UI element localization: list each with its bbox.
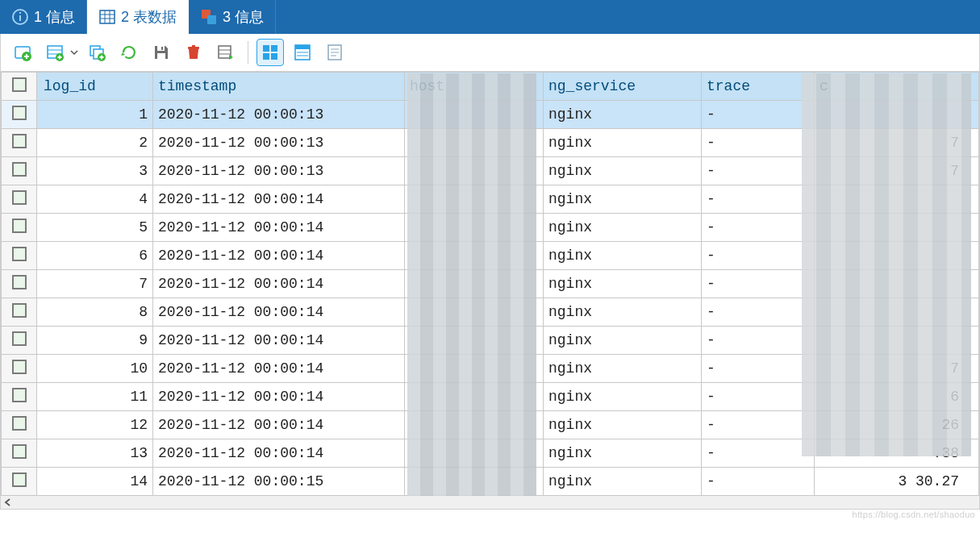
cell-trace[interactable]: - [702,383,815,411]
add-column-button[interactable] [41,39,69,66]
dropdown-caret-icon[interactable] [70,48,78,56]
cell-ng-service[interactable]: nginx [544,214,702,242]
table-row[interactable]: 112020-11-12 00:00:14nginx-6 [2,383,979,411]
cell-timestamp[interactable]: 2020-11-12 00:00:15 [153,468,405,496]
cell-host[interactable] [405,411,544,439]
cell-ng-service[interactable]: nginx [544,101,702,129]
cell-log-id[interactable]: 13 [37,439,153,468]
row-checkbox-cell[interactable] [2,411,37,439]
cell-last[interactable] [815,242,979,270]
cell-ng-service[interactable]: nginx [544,185,702,214]
cell-host[interactable] [405,185,544,214]
cell-host[interactable] [405,298,544,327]
cell-log-id[interactable]: 2 [37,129,153,157]
cell-trace[interactable]: - [702,355,815,383]
cell-host[interactable] [405,129,544,157]
cell-host[interactable] [405,270,544,298]
table-row[interactable]: 42020-11-12 00:00:14nginx- [2,185,979,214]
row-checkbox-cell[interactable] [2,383,37,411]
table-row[interactable]: 122020-11-12 00:00:14nginx-26 [2,411,979,439]
cell-timestamp[interactable]: 2020-11-12 00:00:14 [153,327,405,355]
export-button[interactable] [212,39,240,66]
cell-trace[interactable]: - [702,298,815,327]
cell-ng-service[interactable]: nginx [544,355,702,383]
table-row[interactable]: 82020-11-12 00:00:14nginx- [2,298,979,327]
cell-host[interactable] [405,468,544,496]
cell-timestamp[interactable]: 2020-11-12 00:00:14 [153,383,405,411]
duplicate-row-button[interactable] [83,39,111,66]
cell-trace[interactable]: - [702,411,815,439]
cell-log-id[interactable]: 7 [37,270,153,298]
table-row[interactable]: 32020-11-12 00:00:13nginx-7 [2,157,979,185]
cell-host[interactable] [405,157,544,185]
view-form-button[interactable] [289,39,316,66]
cell-host[interactable] [405,327,544,355]
col-timestamp[interactable]: timestamp [153,73,405,101]
horizontal-scrollbar[interactable] [0,496,980,510]
cell-timestamp[interactable]: 2020-11-12 00:00:13 [153,101,405,129]
cell-log-id[interactable]: 9 [37,327,153,355]
view-text-button[interactable] [321,39,348,66]
table-row[interactable]: 142020-11-12 00:00:15nginx-3 30.27 [2,468,979,496]
row-checkbox-cell[interactable] [2,468,37,496]
row-checkbox-cell[interactable] [2,298,37,327]
cell-ng-service[interactable]: nginx [544,270,702,298]
cell-timestamp[interactable]: 2020-11-12 00:00:14 [153,214,405,242]
cell-last[interactable]: 6 [815,383,979,411]
cell-trace[interactable]: - [702,468,815,496]
table-row[interactable]: 92020-11-12 00:00:14nginx- [2,327,979,355]
cell-last[interactable] [815,101,979,129]
cell-trace[interactable]: - [702,270,815,298]
cell-trace[interactable]: - [702,242,815,270]
cell-host[interactable] [405,355,544,383]
row-checkbox-cell[interactable] [2,327,37,355]
refresh-button[interactable] [115,39,143,66]
cell-ng-service[interactable]: nginx [544,411,702,439]
row-checkbox-cell[interactable] [2,185,37,214]
col-last[interactable]: c [815,73,979,101]
cell-ng-service[interactable]: nginx [544,129,702,157]
scroll-left-arrow-icon[interactable] [1,496,15,509]
cell-last[interactable] [815,270,979,298]
cell-host[interactable] [405,242,544,270]
cell-log-id[interactable]: 3 [37,157,153,185]
table-row[interactable]: 52020-11-12 00:00:14nginx- [2,214,979,242]
cell-last[interactable]: .38 [815,439,979,468]
cell-last[interactable]: 7 [815,157,979,185]
table-row[interactable]: 62020-11-12 00:00:14nginx- [2,242,979,270]
cell-last[interactable] [815,214,979,242]
cell-trace[interactable]: - [702,157,815,185]
cell-timestamp[interactable]: 2020-11-12 00:00:13 [153,129,405,157]
table-row[interactable]: 12020-11-12 00:00:13nginx- [2,101,979,129]
cell-trace[interactable]: - [702,214,815,242]
row-checkbox-cell[interactable] [2,270,37,298]
row-checkbox-cell[interactable] [2,214,37,242]
cell-log-id[interactable]: 10 [37,355,153,383]
view-grid-button[interactable] [256,39,284,66]
tab-info-1[interactable]: 1 信息 [0,0,87,34]
cell-host[interactable] [405,101,544,129]
cell-ng-service[interactable]: nginx [544,157,702,185]
cell-ng-service[interactable]: nginx [544,439,702,468]
cell-ng-service[interactable]: nginx [544,298,702,327]
header-checkbox-cell[interactable] [2,73,37,101]
cell-timestamp[interactable]: 2020-11-12 00:00:14 [153,411,405,439]
col-trace[interactable]: trace [702,73,815,101]
cell-timestamp[interactable]: 2020-11-12 00:00:14 [153,355,405,383]
cell-log-id[interactable]: 12 [37,411,153,439]
add-row-button[interactable] [9,39,36,66]
cell-trace[interactable]: - [702,185,815,214]
table-row[interactable]: 22020-11-12 00:00:13nginx-7 [2,129,979,157]
row-checkbox-cell[interactable] [2,355,37,383]
cell-log-id[interactable]: 5 [37,214,153,242]
tab-table-data[interactable]: 2 表数据 [87,0,189,34]
cell-timestamp[interactable]: 2020-11-12 00:00:13 [153,157,405,185]
cell-log-id[interactable]: 14 [37,468,153,496]
table-row[interactable]: 132020-11-12 00:00:14nginx-.38 [2,439,979,468]
tab-info-3[interactable]: 3 信息 [189,0,276,34]
row-checkbox-cell[interactable] [2,157,37,185]
cell-log-id[interactable]: 4 [37,185,153,214]
row-checkbox-cell[interactable] [2,129,37,157]
table-row[interactable]: 72020-11-12 00:00:14nginx- [2,270,979,298]
cell-timestamp[interactable]: 2020-11-12 00:00:14 [153,242,405,270]
